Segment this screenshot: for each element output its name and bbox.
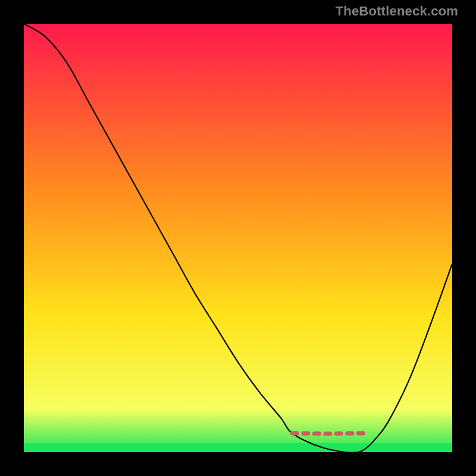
watermark-text: TheBottleneck.com [336, 4, 458, 19]
optimal-range-marker [289, 429, 367, 436]
plot-area [24, 24, 452, 452]
chart-frame: TheBottleneck.com [0, 0, 476, 476]
bottleneck-curve [24, 24, 452, 452]
